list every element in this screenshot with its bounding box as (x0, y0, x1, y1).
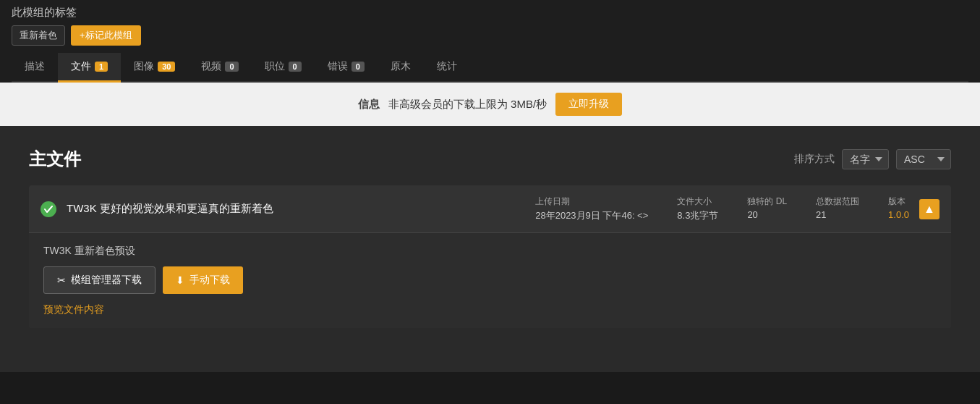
tab-files[interactable]: 文件 1 (58, 53, 121, 83)
images-badge: 30 (158, 62, 175, 72)
position-badge: 0 (289, 62, 302, 72)
file-meta: 上传日期 28年2023月9日 下午46: <> 文件大小 8.3兆字节 独特的… (535, 195, 909, 222)
expand-button[interactable]: ▲ (919, 199, 939, 219)
meta-version: 版本 1.0.0 (888, 195, 909, 220)
meta-dl: 独特的 DL 20 (747, 195, 787, 220)
main-content: 主文件 排序方式 名字 日期 大小 ASC DESC (0, 126, 980, 372)
sort-label: 排序方式 (794, 153, 835, 166)
sort-select[interactable]: 名字 日期 大小 (842, 149, 889, 169)
video-badge: 0 (225, 62, 238, 72)
tab-stats[interactable]: 统计 (424, 53, 470, 83)
meta-total: 总数据范围 21 (816, 195, 859, 220)
file-row: TW3K 更好的视觉效果和更逼真的重新着色 上传日期 28年2023月9日 下午… (29, 185, 951, 328)
meta-size: 文件大小 8.3兆字节 (677, 195, 718, 222)
info-label: 信息 (358, 98, 380, 111)
tab-position[interactable]: 职位 0 (252, 53, 315, 83)
nav-tabs: 描述 文件 1 图像 30 视频 0 职位 0 错误 0 (12, 53, 968, 83)
preset-name: TW3K 重新着色预设 (43, 245, 937, 258)
tab-error[interactable]: 错误 0 (315, 53, 378, 83)
mark-mod-button[interactable]: +标记此模组 (71, 25, 141, 46)
download-icon: ⬇ (176, 274, 184, 286)
upgrade-button[interactable]: 立即升级 (555, 93, 622, 116)
file-detail: TW3K 重新着色预设 ✂ 模组管理器下载 ⬇ 手动下载 预览文件内容 (29, 232, 951, 328)
info-message: 非高级会员的下载上限为 3MB/秒 (388, 98, 547, 111)
rename-color-button[interactable]: 重新着色 (12, 25, 65, 46)
error-badge: 0 (351, 62, 365, 72)
info-bar: 信息 非高级会员的下载上限为 3MB/秒 立即升级 (0, 83, 980, 126)
action-buttons: ✂ 模组管理器下载 ⬇ 手动下载 (43, 266, 937, 294)
section-header: 主文件 排序方式 名字 日期 大小 ASC DESC (29, 148, 951, 171)
meta-upload-date: 上传日期 28年2023月9日 下午46: <> (535, 195, 648, 222)
manual-download-button[interactable]: ⬇ 手动下载 (163, 266, 243, 294)
tags-section-label: 此模组的标签 (12, 6, 968, 20)
tab-log[interactable]: 原木 (378, 53, 424, 83)
tab-images[interactable]: 图像 30 (121, 53, 188, 83)
section-title: 主文件 (29, 148, 81, 171)
manager-download-button[interactable]: ✂ 模组管理器下载 (43, 266, 155, 294)
files-badge: 1 (95, 62, 108, 72)
wrench-icon: ✂ (57, 274, 66, 286)
preview-file-link[interactable]: 预览文件内容 (43, 303, 104, 315)
order-select[interactable]: ASC DESC (896, 149, 951, 169)
tab-video[interactable]: 视频 0 (188, 53, 251, 83)
file-name: TW3K 更好的视觉效果和更逼真的重新着色 (67, 202, 525, 216)
tab-desc[interactable]: 描述 (12, 53, 58, 83)
file-header: TW3K 更好的视觉效果和更逼真的重新着色 上传日期 28年2023月9日 下午… (29, 185, 951, 232)
top-section: 此模组的标签 重新着色 +标记此模组 描述 文件 1 图像 30 视频 0 职位 (0, 0, 980, 83)
sort-controls: 排序方式 名字 日期 大小 ASC DESC (794, 149, 951, 169)
file-status-icon (41, 201, 56, 217)
tag-buttons-row: 重新着色 +标记此模组 (12, 25, 968, 46)
